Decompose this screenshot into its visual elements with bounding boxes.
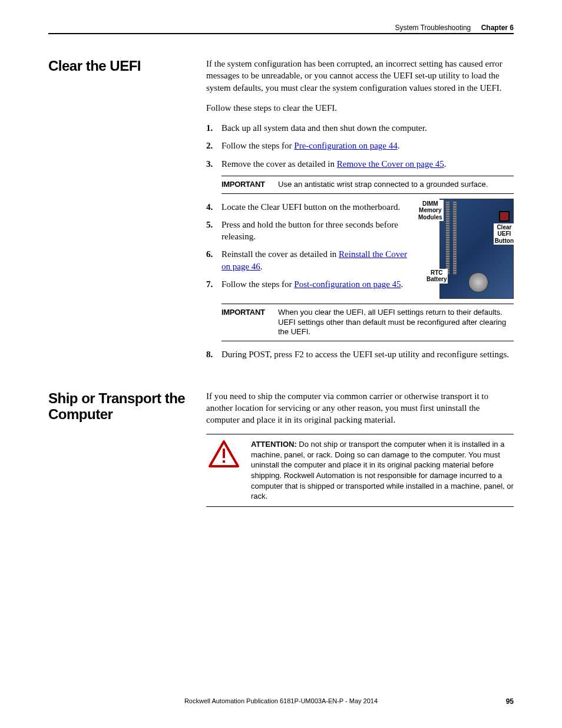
section-ship-transport: Ship or Transport the Computer If you ne… xyxy=(48,390,514,507)
section-clear-uefi: Clear the UEFI If the system configurati… xyxy=(48,58,514,367)
step-4: Locate the Clear UEFI button on the moth… xyxy=(222,201,409,213)
page-header: System Troubleshooting Chapter 6 xyxy=(48,24,514,34)
important-label: IMPORTANT xyxy=(222,180,278,190)
step-6: Reinstall the cover as detailed in Reins… xyxy=(222,248,409,272)
important-reconfigure: IMPORTANT When you clear the UEFI, all U… xyxy=(222,304,514,342)
attention-label: ATTENTION: xyxy=(251,440,297,449)
step-3: Remove the cover as detailed in Remove t… xyxy=(222,158,514,170)
header-section: System Troubleshooting xyxy=(395,24,471,32)
svg-rect-2 xyxy=(223,460,225,463)
motherboard-figure: DIMM Memory Modules Clear UEFI Button RT… xyxy=(416,199,514,299)
step-1: Back up all system data and then shut do… xyxy=(222,122,514,134)
label-rtc: RTC Battery xyxy=(425,269,448,284)
uefi-follow: Follow these steps to clear the UEFI. xyxy=(206,102,514,114)
important-text: Use an antistatic wrist strap connected … xyxy=(278,180,514,190)
important-text-2: When you clear the UEFI, all UEFI settin… xyxy=(278,308,514,338)
header-chapter: Chapter 6 xyxy=(481,24,514,32)
step-5: Press and hold the button for three seco… xyxy=(222,219,409,243)
clear-uefi-button-visual xyxy=(499,211,510,222)
warning-icon xyxy=(209,440,239,467)
link-remove-cover[interactable]: Remove the Cover on page 45 xyxy=(337,159,444,169)
important-antistatic: IMPORTANT Use an antistatic wrist strap … xyxy=(222,176,514,194)
attention-text: ATTENTION: Do not ship or transport the … xyxy=(251,439,514,501)
board-image xyxy=(439,199,514,299)
attention-box: ATTENTION: Do not ship or transport the … xyxy=(206,434,514,506)
footer-page-number: 95 xyxy=(506,697,514,706)
label-clear-uefi: Clear UEFI Button xyxy=(494,223,515,245)
rtc-battery-visual xyxy=(468,272,488,292)
footer-publication: Rockwell Automation Publication 6181P-UM… xyxy=(184,697,378,704)
uefi-steps: Back up all system data and then shut do… xyxy=(206,122,514,170)
important-label-2: IMPORTANT xyxy=(222,308,278,338)
section-title-uefi: Clear the UEFI xyxy=(48,58,194,74)
step-2: Follow the steps for Pre-configuration o… xyxy=(222,140,514,151)
uefi-steps-cont: Locate the Clear UEFI button on the moth… xyxy=(206,201,409,291)
ship-intro: If you need to ship the computer via com… xyxy=(206,390,514,426)
link-preconfig[interactable]: Pre-configuration on page 44 xyxy=(294,141,397,150)
uefi-intro: If the system configuration has been cor… xyxy=(206,58,514,94)
page-footer: Rockwell Automation Publication 6181P-UM… xyxy=(48,697,514,704)
label-dimm: DIMM Memory Modules xyxy=(417,200,444,222)
step-7: Follow the steps for Post-configuration … xyxy=(222,278,409,290)
link-postconfig[interactable]: Post-configuration on page 45 xyxy=(294,279,401,289)
section-title-ship: Ship or Transport the Computer xyxy=(48,390,194,423)
step-8: During POST, press F2 to access the UEFI… xyxy=(222,348,514,360)
svg-rect-1 xyxy=(223,449,225,458)
uefi-steps-final: During POST, press F2 to access the UEFI… xyxy=(206,348,514,360)
